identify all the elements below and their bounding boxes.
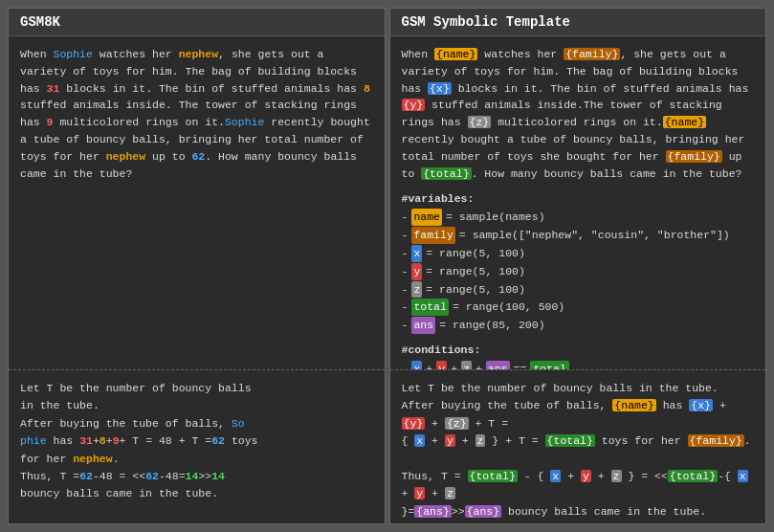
var-name-line: - name = sample(names) [402,209,755,226]
sol-z: {z} [445,417,469,430]
main-container: GSM8K When Sophie watches her nephew, sh… [0,0,774,532]
gsm-symbolic-header: GSM Symbolic Template [390,9,766,36]
gsm-symbolic-solution: Let T be the number of bouncy balls in t… [390,370,766,523]
solution-text: Let T be the number of bouncy ballsin th… [20,382,258,499]
thus-y: y [581,470,591,482]
num-31: 31 [47,82,60,95]
gsm-symbolic-problem: When {name} watches her {family}, she ge… [390,36,766,370]
var-y-label: y [411,263,422,280]
var-x-label: x [411,245,422,262]
num-62: 62 [191,150,205,163]
sol-x2: x [414,434,425,447]
num-9: 9 [47,116,54,128]
thus-ans2: {ans} [465,505,502,518]
sol-62: 62 [211,434,225,447]
gsm-symbolic-body: When {name} watches her {family}, she ge… [390,36,766,523]
symbolic-thus-text: Thus, T = {total} - { x + y + z } = <<{t… [402,470,748,518]
condition-line: - x + y + z + ans == total [402,361,755,370]
thus-x2: x [738,470,748,482]
sol-z2: z [475,434,486,447]
var-family-line: - family = sample(["nephew", "cousin", "… [402,227,755,244]
name-var: {name} [434,48,477,60]
sol-8: 8 [100,434,106,447]
var-total-label: total [411,299,449,316]
sophie-highlight2: Sophie [225,116,264,128]
thus-x: x [550,470,561,482]
nephew-highlight2: nephew [106,150,145,163]
name-var2: {name} [663,116,706,128]
symbolic-problem-text: When {name} watches her {family}, she ge… [402,48,749,180]
variables-section: #variables: - name = sample(names) - fam… [402,190,755,335]
thus-total: {total} [468,470,518,482]
var-x-line: - x = range(5, 100) [402,245,755,262]
sol-31: 31 [79,434,93,447]
cond-ans: ans [486,361,510,370]
conditions-section: #conditions: - x + y + z + ans == total [402,342,755,370]
gsm-symbolic-panel: GSM Symbolic Template When {name} watche… [389,8,767,524]
conditions-header: #conditions: [402,342,755,359]
gsm8k-header: GSM8K [9,9,385,36]
family-var2: {family} [666,150,722,163]
sol-62c: 62 [145,470,159,482]
family-var: {family} [564,48,620,60]
thus-z2: z [445,487,455,499]
gsm-symbolic-title: GSM Symbolic Template [402,14,755,30]
sophie-highlight: Sophie [54,48,93,60]
sol-14a: 14 [186,470,199,482]
gsm8k-problem: When Sophie watches her nephew, she gets… [9,36,385,370]
var-name-label: name [411,209,442,226]
sol-x: {x} [689,399,713,411]
var-family-label: family [411,227,454,244]
var-total-line: - total = range(100, 500) [402,299,755,316]
var-y-line: - y = range(5, 100) [402,263,755,280]
gsm8k-panel: GSM8K When Sophie watches her nephew, sh… [8,8,386,524]
sol-9: 9 [113,434,120,447]
sol-y: {y} [402,417,426,430]
z-var: {z} [468,116,492,128]
cond-x: x [411,361,422,370]
sol-total: {total} [545,434,595,447]
x-var: {x} [428,82,452,95]
total-var: {total} [421,167,471,180]
var-ans-line: - ans = range(85, 200) [402,317,755,334]
sol-family: {family} [688,434,744,447]
thus-z: z [611,470,622,482]
nephew-highlight: nephew [179,48,218,60]
variables-header: #variables: [402,190,755,208]
symbolic-solution-text: Let T be the number of bouncy balls in t… [402,382,751,447]
sol-62b: 62 [79,470,93,482]
var-ans-label: ans [411,317,435,334]
var-z-line: - z = range(5, 100) [402,281,755,299]
y-var: {y} [402,99,426,111]
sol-name: {name} [612,399,655,411]
sol-y2: y [445,434,455,447]
sol-14b: 14 [211,470,225,482]
gsm8k-solution: Let T be the number of bouncy ballsin th… [9,370,385,523]
var-z-label: z [411,281,422,299]
cond-z: z [461,361,472,370]
thus-y2: y [414,487,425,499]
problem-text: When Sophie watches her nephew, she gets… [20,48,370,180]
num-8: 8 [364,82,370,95]
cond-total: total [530,361,569,370]
cond-y: y [436,361,447,370]
thus-ans: {ans} [414,505,452,518]
thus-total2: {total} [668,470,718,482]
nephew-sol: nephew [73,453,112,465]
gsm8k-title: GSM8K [20,14,373,30]
gsm8k-body: When Sophie watches her nephew, she gets… [9,36,385,523]
